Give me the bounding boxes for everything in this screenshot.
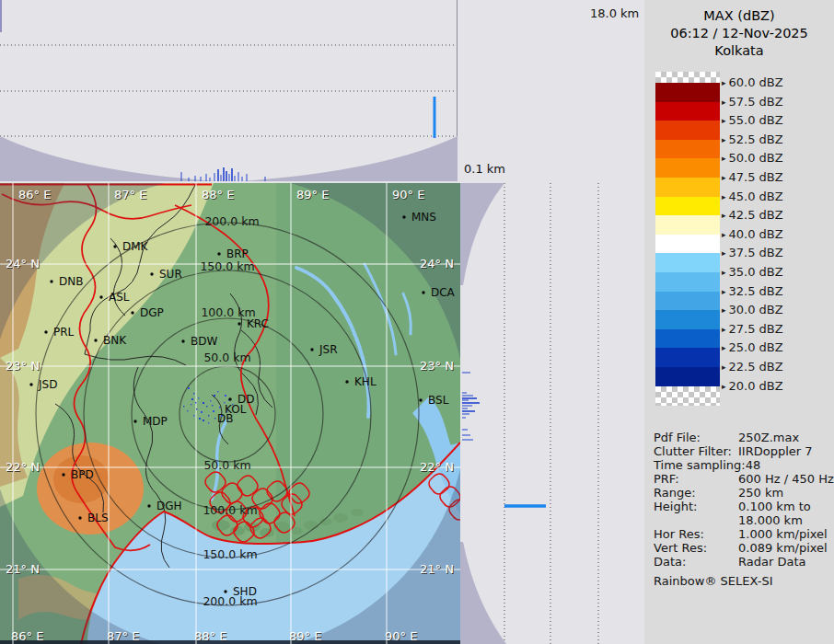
dbz-scale-label: ▸22.5 dBZ [722, 360, 783, 374]
lon-label-bottom: 90° E [385, 629, 417, 643]
dbz-scale-label: ▸60.0 dBZ [722, 75, 783, 89]
scale-tick-text: 37.5 dBZ [729, 246, 783, 259]
city-label-DNB: DNB [59, 275, 83, 288]
city-dot-DNB [50, 280, 52, 282]
dbz-swatch [655, 197, 720, 216]
lon-label-bottom: 89° E [289, 629, 321, 643]
city-label-KHL: KHL [354, 375, 376, 388]
metadata-label: Height: [654, 500, 738, 513]
dbz-scale-label: ▸37.5 dBZ [722, 246, 783, 259]
lat-label-left: 21° N [6, 562, 40, 576]
echo-speckle [214, 418, 215, 419]
city-label-BPD: BPD [71, 468, 94, 481]
city-dot-ASL [99, 295, 102, 298]
metadata-row: Pdf File:250Z.max [654, 431, 834, 444]
metadata-value: Radar Data [738, 555, 805, 569]
scale-tick-arrow: ▸ [722, 382, 726, 391]
dbz-swatch [655, 121, 720, 140]
radar-display: 18.0 km 0.1 km [0, 0, 834, 644]
scale-tick-text: 55.0 dBZ [729, 113, 783, 127]
city-label-BSL: BSL [428, 394, 449, 407]
dbz-swatch [655, 292, 720, 311]
metadata-value: 0.089 km/pixel [738, 541, 828, 555]
echo-speckle [212, 405, 213, 406]
city-dot-KRC [237, 322, 240, 325]
city-label-SHD: SHD [233, 585, 257, 598]
lat-label-right: 23° N [420, 359, 454, 373]
echo-speckle [214, 395, 215, 397]
city-label-DGH: DGH [156, 500, 182, 512]
scale-tick-arrow: ▸ [722, 173, 726, 182]
scale-tick-text: 27.5 dBZ [729, 322, 783, 336]
right-cross-section-panel [460, 183, 644, 644]
lon-label-top: 86° E [18, 188, 51, 201]
city-dot-DCA [422, 291, 424, 293]
dbz-swatch [655, 178, 720, 197]
city-dot-KHL [345, 380, 348, 383]
metadata-value: 1.000 km/pixel [738, 527, 828, 541]
dbz-swatch [655, 272, 720, 292]
no-data-swatch-bottom [655, 386, 720, 406]
city-dot-MDP [133, 420, 136, 422]
product-datetime: 06:12 / 12-Nov-2025 [644, 25, 834, 42]
scale-tick-arrow: ▸ [722, 135, 726, 144]
city-dot-SHD [224, 590, 226, 592]
city-label-JSD: JSD [38, 378, 57, 391]
dbz-scale-label: ▸32.5 dBZ [722, 284, 783, 298]
ring-label: 200.0 km [204, 214, 259, 228]
metadata-value: IIRDoppler 7 [738, 444, 813, 458]
city-label-DB: DB [217, 412, 233, 425]
scale-tick-text: 22.5 dBZ [729, 360, 783, 374]
metadata-row: Time sampling:48 [654, 458, 834, 472]
metadata-label: Time sampling: [654, 458, 746, 472]
metadata-row: Clutter Filter:IIRDoppler 7 [654, 444, 834, 458]
city-label-BDW: BDW [191, 335, 217, 348]
city-label-SUR: SUR [159, 268, 182, 281]
dbz-swatch [655, 140, 720, 159]
legend-title: MAX (dBZ) 06:12 / 12-Nov-2025 Kolkata [644, 7, 834, 60]
metadata-row: Data:Radar Data [654, 555, 834, 569]
metadata-value: 250Z.max [738, 431, 799, 444]
scale-tick-text: 52.5 dBZ [729, 132, 783, 146]
lat-label-left: 23° N [6, 359, 40, 373]
city-label-DMK: DMK [122, 240, 149, 253]
metadata-value: 250 km [738, 486, 783, 500]
ring-label: 100.0 km [203, 503, 257, 517]
dbz-scale-label: ▸55.0 dBZ [722, 113, 783, 127]
dbz-scale-label: ▸20.0 dBZ [722, 379, 783, 393]
metadata-row: PRF:600 Hz / 450 Hz [654, 472, 834, 486]
scale-tick-arrow: ▸ [722, 211, 726, 220]
dbz-scale-label: ▸25.0 dBZ [722, 340, 783, 354]
metadata-label: Range: [654, 486, 738, 500]
radar-map: 86° E86° E86° E86° E87° E87° E87° E87° E… [0, 183, 460, 644]
echo-speckle [206, 406, 207, 407]
echo-speckle [195, 402, 196, 403]
dbz-swatch [655, 215, 720, 235]
metadata-row: Height:0.100 km to [654, 500, 834, 513]
scale-tick-arrow: ▸ [722, 248, 726, 258]
echo-speckle [183, 406, 184, 407]
echo-speckle [219, 407, 220, 408]
station-name: Kolkata [644, 42, 834, 60]
edge-echo-mark [0, 0, 2, 32]
echo-speckle [203, 420, 204, 421]
legend-pane: MAX (dBZ) 06:12 / 12-Nov-2025 Kolkata ▸6… [644, 0, 834, 644]
dbz-swatch [655, 348, 720, 367]
city-label-ASL: ASL [109, 291, 130, 304]
scale-tick-text: 40.0 dBZ [729, 227, 783, 241]
city-dot-DD [228, 397, 231, 400]
city-label-KRC: KRC [247, 317, 269, 330]
dbz-scale-label: ▸35.0 dBZ [722, 265, 783, 279]
product-metadata: Pdf File:250Z.maxClutter Filter:IIRDoppl… [654, 431, 834, 569]
dbz-swatch [655, 83, 720, 102]
scale-tick-arrow: ▸ [722, 98, 726, 107]
city-dot-BPD [62, 473, 64, 476]
city-dot-DGP [131, 311, 133, 314]
echo-speckle [208, 415, 209, 416]
ring-label: 150.0 km [200, 259, 254, 273]
city-dot-BRP [217, 252, 220, 255]
lat-label-left: 22° N [6, 460, 40, 474]
dbz-scale-label: ▸52.5 dBZ [722, 132, 783, 146]
metadata-label: Pdf File: [654, 431, 738, 444]
city-label-DCA: DCA [431, 286, 456, 299]
